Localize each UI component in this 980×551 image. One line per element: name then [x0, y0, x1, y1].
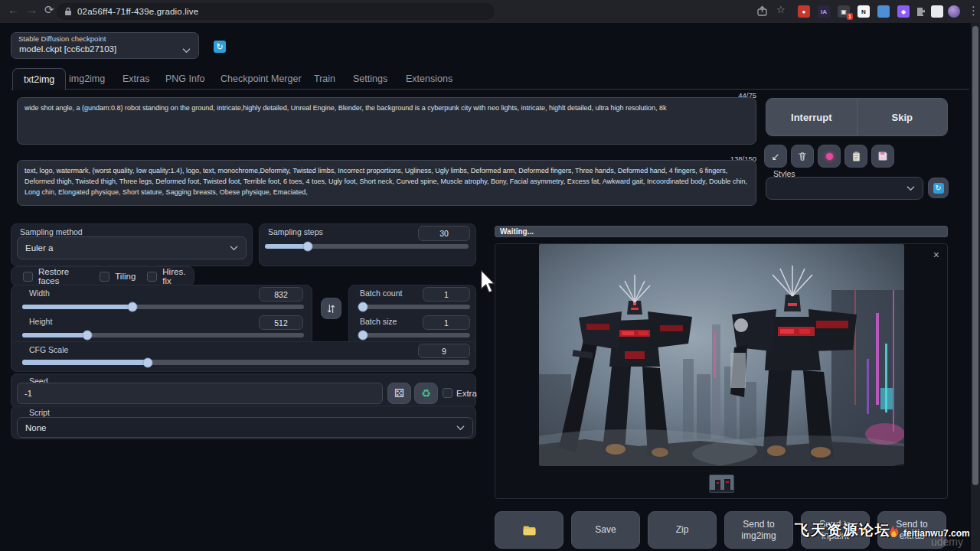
- batch-size-label: Batch size: [360, 317, 397, 326]
- slider-handle[interactable]: [82, 331, 92, 341]
- extension-icon-purple[interactable]: ◆: [897, 5, 910, 18]
- extension-icon-dark[interactable]: ▣ 1: [838, 5, 850, 18]
- share-icon[interactable]: [756, 5, 768, 17]
- progress-text: Waiting...: [500, 227, 534, 236]
- chevron-down-icon: [906, 185, 915, 191]
- forward-icon[interactable]: →: [26, 3, 38, 16]
- tiling-label: Tiling: [115, 272, 136, 281]
- clear-prompt-button[interactable]: [791, 145, 814, 168]
- batch-count-label: Batch count: [360, 289, 402, 298]
- refresh-checkpoint-icon[interactable]: ↻: [214, 41, 226, 53]
- width-slider[interactable]: [22, 305, 304, 309]
- script-dropdown[interactable]: None: [17, 417, 473, 438]
- restore-faces-label: Restore faces: [38, 267, 88, 285]
- address-bar[interactable]: 02a56ff4-71ff-439e.gradio.live: [57, 3, 495, 20]
- paste-generation-params-button[interactable]: ↙: [764, 145, 787, 168]
- tab-txt2img[interactable]: txt2img: [12, 68, 66, 90]
- tab-checkpoint-merger[interactable]: Checkpoint Merger: [220, 68, 302, 90]
- prompt-input[interactable]: wide shot angle, a (gundam:0.8) robot st…: [17, 97, 756, 145]
- progress-bar: Waiting...: [495, 226, 948, 237]
- slider-handle[interactable]: [127, 302, 137, 312]
- reuse-seed-button[interactable]: ♻: [414, 383, 438, 404]
- clipboard-icon: [851, 151, 861, 162]
- bookmark-star-icon[interactable]: ☆: [776, 4, 786, 15]
- tab-train[interactable]: Train: [314, 68, 335, 90]
- slider-handle[interactable]: [358, 302, 368, 312]
- tab-extras[interactable]: Extras: [122, 68, 149, 90]
- cfg-scale-value[interactable]: [418, 344, 470, 358]
- tab-extensions[interactable]: Extensions: [406, 68, 452, 90]
- seed-extra-checkbox[interactable]: [443, 388, 452, 398]
- zip-button[interactable]: Zip: [648, 511, 717, 549]
- tab-png-info[interactable]: PNG Info: [165, 68, 204, 90]
- seed-input[interactable]: [17, 383, 383, 404]
- close-icon[interactable]: ×: [933, 249, 939, 261]
- extensions-puzzle-icon[interactable]: [916, 6, 926, 17]
- skip-button[interactable]: Skip: [857, 99, 948, 135]
- tab-img2img[interactable]: img2img: [69, 68, 105, 90]
- extension-icon-n[interactable]: N: [858, 5, 870, 18]
- sampling-steps-slider[interactable]: [265, 244, 469, 249]
- gallery-thumbnail[interactable]: [709, 474, 734, 493]
- slider-fill: [265, 244, 308, 249]
- slider-handle[interactable]: [142, 357, 152, 367]
- extension-icon-ia[interactable]: IA: [818, 5, 830, 18]
- scrollbar-thumb[interactable]: [972, 26, 978, 485]
- cfg-scale-label: CFG Scale: [29, 345, 68, 354]
- extension-icon-blue[interactable]: [877, 5, 890, 18]
- save-button[interactable]: Save: [571, 511, 640, 549]
- hires-fix-label: Hires. fix: [162, 267, 194, 285]
- tab-settings[interactable]: Settings: [353, 68, 387, 90]
- height-value[interactable]: [259, 315, 303, 330]
- swap-dimensions-button[interactable]: [321, 298, 341, 319]
- pink-card-icon: [826, 153, 833, 160]
- negative-prompt-input[interactable]: text, logo, watermark, (worst quality, l…: [17, 160, 756, 206]
- interrupt-button[interactable]: Interrupt: [766, 99, 857, 135]
- generation-buttons: Interrupt Skip: [766, 98, 948, 136]
- slider-fill: [22, 305, 132, 309]
- generated-image[interactable]: [539, 244, 904, 466]
- hires-fix-checkbox[interactable]: [147, 272, 157, 282]
- reload-icon[interactable]: ⟳: [44, 3, 54, 17]
- script-label: Script: [29, 408, 50, 417]
- extension-icon-red[interactable]: ●: [798, 5, 810, 18]
- page-scrollbar[interactable]: [971, 23, 980, 551]
- save-style-button[interactable]: [871, 145, 894, 168]
- chevron-down-icon: [230, 245, 238, 251]
- random-seed-button[interactable]: ⚄: [387, 383, 411, 404]
- slider-handle[interactable]: [358, 331, 368, 341]
- restore-faces-checkbox[interactable]: [23, 272, 33, 282]
- profile-avatar[interactable]: [948, 5, 960, 18]
- open-folder-button[interactable]: [495, 511, 564, 549]
- send-to-img2img-button[interactable]: Send to img2img: [724, 511, 793, 549]
- output-gallery: ×: [495, 243, 948, 499]
- batch-count-value[interactable]: [423, 287, 470, 302]
- checkpoint-label: Stable Diffusion checkpoint: [18, 34, 106, 43]
- sampling-method-dropdown[interactable]: Euler a: [17, 236, 247, 259]
- height-label: Height: [29, 317, 52, 326]
- gundam-cyberpunk-image: [539, 244, 904, 466]
- lock-icon: [64, 7, 72, 16]
- tiling-checkbox[interactable]: [100, 272, 109, 282]
- batch-count-slider[interactable]: [360, 305, 470, 309]
- extension-icon-light[interactable]: [931, 5, 943, 18]
- slider-handle[interactable]: [302, 242, 312, 252]
- url-text: 02a56ff4-71ff-439e.gradio.live: [77, 7, 198, 16]
- width-value[interactable]: [259, 287, 303, 302]
- dice-icon: ⚄: [394, 386, 404, 400]
- height-slider[interactable]: [22, 333, 304, 337]
- batch-size-value[interactable]: [423, 315, 470, 330]
- cfg-scale-slider[interactable]: [22, 360, 469, 365]
- slider-fill: [22, 333, 87, 337]
- batch-size-slider[interactable]: [360, 333, 470, 337]
- refresh-styles-button[interactable]: ↻: [928, 178, 949, 198]
- flame-icon: [884, 523, 901, 540]
- slider-fill: [22, 360, 148, 365]
- sampling-steps-value[interactable]: [418, 226, 470, 241]
- apply-style-button[interactable]: [844, 145, 867, 168]
- menu-dots-icon[interactable]: ⋮: [968, 4, 979, 18]
- arrow-down-left-icon: ↙: [772, 151, 780, 162]
- extra-networks-button[interactable]: [818, 145, 841, 168]
- back-icon[interactable]: ←: [8, 3, 19, 16]
- styles-dropdown[interactable]: [766, 177, 923, 200]
